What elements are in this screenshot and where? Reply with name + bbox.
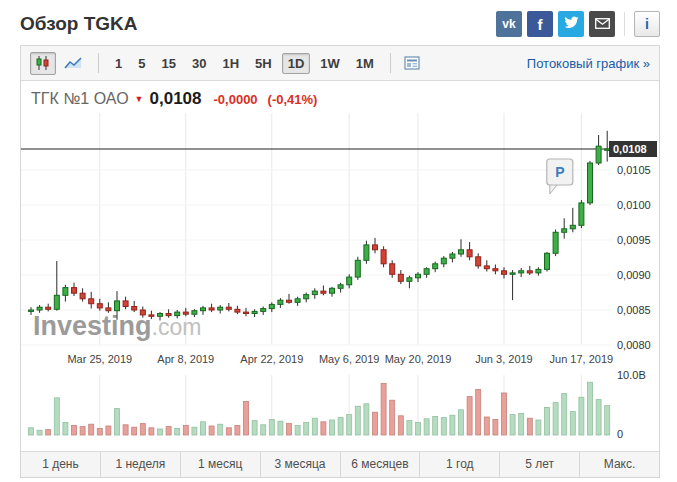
streaming-chart-link[interactable]: Потоковый график » <box>527 56 650 71</box>
volume-bar <box>175 428 180 435</box>
candle <box>295 299 300 303</box>
price-chart[interactable]: 0,01050,01000,00950,00900,00850,0080Inve… <box>21 113 659 451</box>
volume-bar <box>106 426 111 435</box>
candle <box>364 245 369 260</box>
volume-bar <box>132 427 137 435</box>
range-button-6[interactable]: 5 лет <box>499 452 579 477</box>
volume-bar <box>226 428 231 435</box>
email-icon <box>595 17 610 32</box>
range-button-3[interactable]: 3 месяца <box>260 452 340 477</box>
x-axis-label: Jun 17, 2019 <box>550 353 614 365</box>
volume-bar <box>287 424 292 435</box>
candle <box>54 295 59 309</box>
candle <box>97 304 102 308</box>
volume-bar <box>390 400 395 435</box>
volume-bar <box>416 422 421 435</box>
volume-bar <box>123 425 128 435</box>
candle <box>37 307 42 310</box>
candle <box>484 266 489 269</box>
email-share-button[interactable] <box>589 11 615 37</box>
volume-bar <box>37 430 42 435</box>
vk-share-button[interactable]: vk <box>496 11 522 37</box>
volume-bar <box>261 425 266 435</box>
candle <box>244 312 249 313</box>
volume-bar <box>347 415 352 435</box>
range-button-7[interactable]: Макс. <box>579 452 659 477</box>
candle <box>510 273 515 274</box>
range-button-4[interactable]: 6 месяцев <box>340 452 420 477</box>
candlestick-chart-button[interactable] <box>30 52 56 75</box>
volume-bar <box>54 398 59 435</box>
volume-bar <box>407 421 412 435</box>
info-share-button[interactable]: i <box>634 11 660 37</box>
volume-bar <box>244 401 249 435</box>
interval-1d[interactable]: 1D <box>282 53 311 74</box>
chart-area: ТГК №1 ОАО ▼ 0,0108 -0,0000 (-0,41%) 0,0… <box>21 81 659 451</box>
facebook-share-button[interactable]: f <box>527 11 553 37</box>
volume-bar <box>192 427 197 435</box>
volume-bar <box>89 424 94 435</box>
volume-bar <box>295 425 300 435</box>
volume-bar <box>330 420 335 435</box>
candle <box>218 307 223 310</box>
candle <box>278 300 283 304</box>
candle <box>381 250 386 264</box>
volume-max-label: 10.0B <box>617 369 646 381</box>
page: Обзор TGKA vkfi 1515301H5H1D1W1M <box>0 0 677 478</box>
candle <box>304 295 309 299</box>
y-axis-label: 0,0095 <box>617 234 651 246</box>
volume-bar <box>97 428 102 435</box>
range-button-1[interactable]: 1 неделя <box>100 452 180 477</box>
twitter-share-button[interactable] <box>558 11 584 37</box>
range-button-2[interactable]: 1 месяц <box>180 452 260 477</box>
candle <box>63 288 68 296</box>
volume-bar <box>450 415 455 435</box>
volume-bar <box>63 422 68 435</box>
volume-bar <box>252 421 257 435</box>
instrument-price: 0,0108 <box>150 89 202 109</box>
page-header: Обзор TGKA vkfi <box>20 6 660 42</box>
candle <box>235 309 240 312</box>
info-icon: i <box>645 16 649 32</box>
volume-bar <box>72 425 77 435</box>
candle <box>390 264 395 275</box>
interval-15[interactable]: 15 <box>155 53 181 74</box>
candle <box>416 274 421 278</box>
interval-1m[interactable]: 1M <box>350 53 380 74</box>
candle <box>123 301 128 307</box>
interval-5h[interactable]: 5H <box>249 53 278 74</box>
interval-1[interactable]: 1 <box>109 53 128 74</box>
news-button[interactable] <box>399 52 425 75</box>
range-button-5[interactable]: 1 год <box>419 452 499 477</box>
x-axis-label: May 6, 2019 <box>319 353 380 365</box>
line-chart-button[interactable] <box>60 52 86 75</box>
volume-bar <box>476 389 481 435</box>
interval-30[interactable]: 30 <box>186 53 212 74</box>
range-button-0[interactable]: 1 день <box>21 452 100 477</box>
volume-bar <box>553 403 558 435</box>
facebook-icon: f <box>538 16 543 33</box>
candle <box>347 277 352 285</box>
candle <box>519 271 524 273</box>
candle <box>433 264 438 269</box>
instrument-change: -0,0000 <box>214 92 258 107</box>
candle <box>373 245 378 250</box>
volume-bar <box>467 397 472 435</box>
y-axis-label: 0,0085 <box>617 304 651 316</box>
volume-bar <box>140 424 145 435</box>
interval-1w[interactable]: 1W <box>314 53 346 74</box>
toolbar-divider <box>390 53 391 73</box>
interval-1h[interactable]: 1H <box>216 53 245 74</box>
candle <box>321 291 326 293</box>
instrument-change-percent: (-0,41%) <box>268 92 318 107</box>
volume-bar <box>536 420 541 435</box>
volume-bar <box>158 429 163 435</box>
x-axis-label: Apr 22, 2019 <box>240 353 303 365</box>
volume-bar <box>373 412 378 435</box>
interval-5[interactable]: 5 <box>132 53 151 74</box>
volume-bar <box>588 382 593 435</box>
candle <box>132 307 137 311</box>
volume-bar <box>304 422 309 435</box>
candle <box>46 307 51 309</box>
instrument-header: ТГК №1 ОАО ▼ 0,0108 -0,0000 (-0,41%) <box>21 81 659 113</box>
